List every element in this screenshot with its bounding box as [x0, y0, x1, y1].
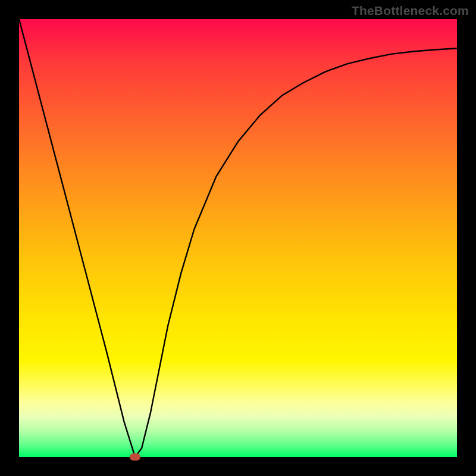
bottleneck-marker — [130, 453, 140, 461]
plot-area — [19, 19, 457, 457]
watermark-text: TheBottleneck.com — [352, 4, 469, 18]
chart-frame: TheBottleneck.com — [0, 0, 476, 476]
bottleneck-curve — [19, 19, 457, 457]
